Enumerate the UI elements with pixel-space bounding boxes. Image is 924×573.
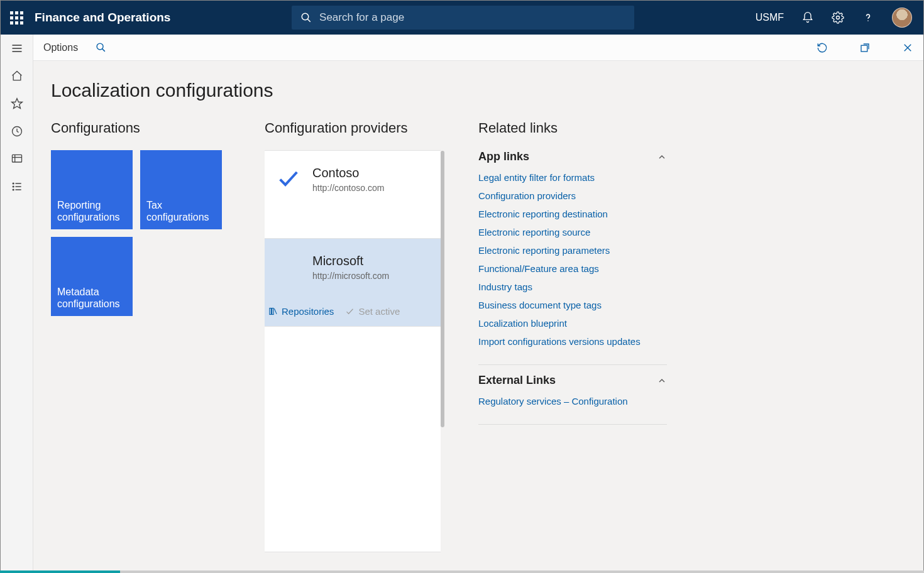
modules-icon[interactable] bbox=[11, 180, 23, 193]
svg-point-12 bbox=[13, 183, 14, 184]
related-links-section: Related links App links Legal entity fil… bbox=[478, 120, 667, 434]
svg-marker-7 bbox=[11, 99, 22, 109]
link-item[interactable]: Business document type tags bbox=[478, 300, 667, 310]
progress-bar bbox=[0, 570, 924, 573]
link-item[interactable]: Legal entity filter for formats bbox=[478, 172, 667, 183]
related-links-heading: Related links bbox=[478, 120, 667, 136]
check-icon bbox=[276, 166, 301, 191]
search-icon bbox=[300, 12, 312, 23]
links-group-head[interactable]: App links bbox=[478, 150, 667, 163]
providers-heading: Configuration providers bbox=[265, 120, 441, 136]
links-group-title: App links bbox=[478, 150, 529, 163]
chevron-up-icon bbox=[657, 376, 667, 386]
close-icon[interactable] bbox=[902, 42, 913, 53]
link-item[interactable]: Industry tags bbox=[478, 281, 667, 292]
tile-label: Metadata configurations bbox=[57, 286, 126, 310]
scrollbar-thumb[interactable] bbox=[441, 151, 444, 427]
tile-metadata-configurations[interactable]: Metadata configurations bbox=[51, 237, 133, 316]
link-item[interactable]: Electronic reporting parameters bbox=[478, 245, 667, 256]
chevron-up-icon bbox=[657, 152, 667, 162]
svg-point-18 bbox=[97, 43, 103, 50]
company-picker[interactable]: USMF bbox=[756, 12, 784, 23]
gear-icon[interactable] bbox=[832, 11, 844, 24]
provider-name: Contoso bbox=[312, 166, 428, 180]
svg-rect-24 bbox=[272, 308, 274, 315]
workspaces-icon[interactable] bbox=[11, 153, 23, 165]
notifications-icon[interactable] bbox=[801, 11, 814, 24]
progress-fill bbox=[0, 570, 120, 573]
link-item[interactable]: Configuration providers bbox=[478, 190, 667, 201]
svg-point-14 bbox=[13, 186, 14, 187]
repositories-label: Repositories bbox=[282, 306, 334, 317]
svg-point-16 bbox=[13, 189, 14, 190]
app-launcher-icon[interactable] bbox=[8, 9, 25, 26]
tile-label: Reporting configurations bbox=[57, 199, 126, 223]
recent-icon[interactable] bbox=[11, 125, 23, 138]
action-bar: Options bbox=[33, 35, 923, 61]
svg-line-19 bbox=[102, 49, 105, 52]
svg-point-3 bbox=[867, 20, 869, 21]
refresh-icon[interactable] bbox=[817, 42, 828, 53]
home-icon[interactable] bbox=[11, 70, 23, 82]
provider-name: Microsoft bbox=[312, 254, 428, 268]
hamburger-icon[interactable] bbox=[11, 42, 23, 55]
provider-card-contoso[interactable]: Contoso http://contoso.com bbox=[265, 151, 441, 239]
search-input[interactable] bbox=[292, 6, 634, 30]
svg-line-1 bbox=[307, 19, 311, 22]
link-item[interactable]: Regulatory services – Configuration bbox=[478, 396, 667, 407]
link-item[interactable]: Localization blueprint bbox=[478, 318, 667, 329]
tile-reporting-configurations[interactable]: Reporting configurations bbox=[51, 150, 133, 229]
left-rail bbox=[1, 35, 33, 572]
content-column: Options Localization configurations Conf… bbox=[33, 35, 923, 572]
global-search bbox=[292, 6, 634, 30]
provider-url: http://microsoft.com bbox=[312, 271, 428, 281]
svg-rect-9 bbox=[12, 155, 21, 162]
svg-point-0 bbox=[302, 13, 309, 20]
providers-section: Configuration providers Contoso http://c… bbox=[265, 120, 441, 552]
links-group-head[interactable]: External Links bbox=[478, 374, 667, 387]
link-item[interactable]: Import configurations versions updates bbox=[478, 336, 667, 347]
svg-rect-23 bbox=[270, 308, 272, 315]
link-item[interactable]: Functional/Feature area tags bbox=[478, 263, 667, 274]
tile-label: Tax configurations bbox=[146, 199, 216, 223]
svg-line-25 bbox=[274, 308, 277, 314]
popout-icon[interactable] bbox=[859, 42, 871, 53]
check-icon bbox=[345, 307, 355, 316]
links-group-title: External Links bbox=[478, 374, 556, 387]
set-active-action: Set active bbox=[345, 306, 400, 317]
avatar[interactable] bbox=[892, 8, 912, 28]
provider-url: http://contoso.com bbox=[312, 183, 428, 193]
svg-rect-20 bbox=[861, 45, 867, 52]
options-button[interactable]: Options bbox=[43, 42, 78, 53]
providers-list: Contoso http://contoso.com Microsoft htt… bbox=[265, 150, 441, 552]
configurations-heading: Configurations bbox=[51, 120, 227, 136]
set-active-label: Set active bbox=[358, 306, 400, 317]
link-item[interactable]: Electronic reporting destination bbox=[478, 209, 667, 219]
main-body: Localization configurations Configuratio… bbox=[33, 61, 923, 572]
workspace: Options Localization configurations Conf… bbox=[1, 35, 923, 572]
links-group-external-links: External Links Regulatory services – Con… bbox=[478, 374, 667, 425]
link-item[interactable]: Electronic reporting source bbox=[478, 227, 667, 237]
tile-tax-configurations[interactable]: Tax configurations bbox=[140, 150, 222, 229]
svg-point-2 bbox=[836, 16, 839, 19]
configurations-tiles: Reporting configurations Tax configurati… bbox=[51, 150, 227, 316]
actionbar-search-icon[interactable] bbox=[96, 42, 106, 53]
columns: Configurations Reporting configurations … bbox=[51, 120, 906, 552]
provider-card-microsoft[interactable]: Microsoft http://microsoft.com Repositor… bbox=[265, 239, 441, 327]
top-header: Finance and Operations USMF bbox=[1, 1, 923, 35]
configurations-section: Configurations Reporting configurations … bbox=[51, 120, 227, 316]
links-group-app-links: App links Legal entity filter for format… bbox=[478, 150, 667, 365]
favorites-icon[interactable] bbox=[11, 97, 23, 110]
app-title: Finance and Operations bbox=[35, 11, 170, 25]
header-right: USMF bbox=[756, 8, 912, 28]
help-icon[interactable] bbox=[862, 11, 874, 24]
provider-actions: Repositories Set active bbox=[268, 306, 428, 317]
page-title: Localization configurations bbox=[51, 80, 906, 101]
repositories-action[interactable]: Repositories bbox=[268, 306, 334, 317]
books-icon bbox=[268, 307, 278, 316]
